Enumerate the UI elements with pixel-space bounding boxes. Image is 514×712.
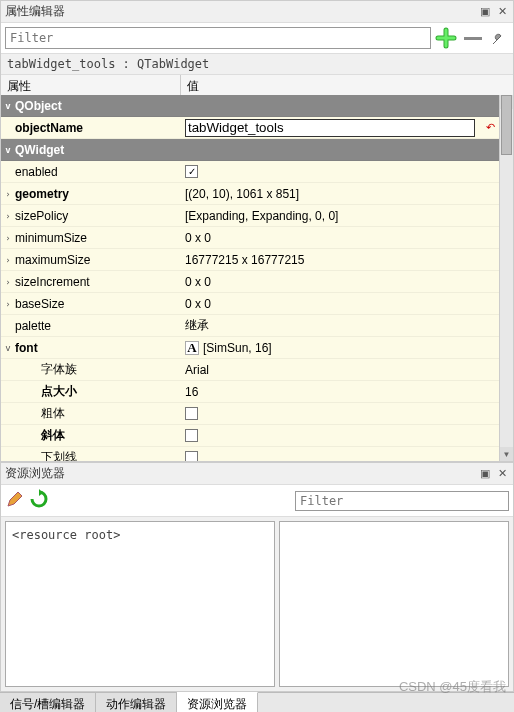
- group-qobject[interactable]: vQObject: [1, 95, 499, 117]
- group-qwidget[interactable]: vQWidget: [1, 139, 499, 161]
- edit-icon[interactable]: [5, 489, 25, 512]
- property-editor-title: 属性编辑器: [5, 3, 475, 20]
- filter-input[interactable]: [5, 27, 431, 49]
- reload-icon[interactable]: [29, 489, 49, 512]
- close-icon[interactable]: ✕: [495, 467, 509, 481]
- prop-fontitalic[interactable]: 斜体: [1, 425, 499, 447]
- object-label: tabWidget_tools : QTabWidget: [1, 54, 513, 75]
- prop-enabled[interactable]: enabled ✓: [1, 161, 499, 183]
- prop-geometry[interactable]: ›geometry [(20, 10), 1061 x 851]: [1, 183, 499, 205]
- property-editor-panel: 属性编辑器 ▣ ✕ tabWidget_tools : QTabWidget 属…: [0, 0, 514, 462]
- filter-row: [1, 23, 513, 54]
- resource-root-label: <resource root>: [12, 528, 120, 542]
- fontitalic-checkbox[interactable]: [185, 429, 198, 442]
- reset-icon[interactable]: ↶: [483, 121, 497, 135]
- chevron-right-icon[interactable]: ›: [3, 299, 13, 309]
- tree-body: vQObject objectName ↶ vQWidget enabled ✓…: [1, 95, 499, 461]
- configure-icon[interactable]: [489, 28, 509, 48]
- resource-filter-input[interactable]: [295, 491, 509, 511]
- resource-body: <resource root>: [1, 517, 513, 691]
- vertical-scrollbar[interactable]: ▲ ▼: [499, 95, 513, 461]
- prop-fontfamily[interactable]: 字体族 Arial: [1, 359, 499, 381]
- objectname-input[interactable]: [185, 119, 475, 137]
- resource-browser-header: 资源浏览器 ▣ ✕: [1, 463, 513, 485]
- chevron-down-icon[interactable]: v: [3, 145, 13, 155]
- chevron-right-icon[interactable]: ›: [3, 277, 13, 287]
- scrollbar-thumb[interactable]: [501, 95, 512, 155]
- close-icon[interactable]: ✕: [495, 5, 509, 19]
- prop-palette[interactable]: palette 继承: [1, 315, 499, 337]
- add-icon[interactable]: [435, 27, 457, 49]
- chevron-down-icon[interactable]: v: [3, 343, 13, 353]
- prop-minimumsize[interactable]: ›minimumSize 0 x 0: [1, 227, 499, 249]
- prop-fontsize[interactable]: 点大小 16: [1, 381, 499, 403]
- chevron-right-icon[interactable]: ›: [3, 255, 13, 265]
- chevron-down-icon[interactable]: v: [3, 101, 13, 111]
- tab-resource-browser[interactable]: 资源浏览器: [177, 692, 258, 712]
- remove-icon[interactable]: [464, 37, 482, 40]
- resource-toolbar: [1, 485, 513, 517]
- resource-tree-pane[interactable]: <resource root>: [5, 521, 275, 687]
- enabled-checkbox[interactable]: ✓: [185, 165, 198, 178]
- fontunderline-checkbox[interactable]: [185, 451, 198, 461]
- property-tree: 属性 值 vQObject objectName ↶ vQWidget enab…: [1, 75, 513, 461]
- tab-action-editor[interactable]: 动作编辑器: [96, 693, 177, 712]
- prop-font[interactable]: vfont A[SimSun, 16]: [1, 337, 499, 359]
- prop-sizepolicy[interactable]: ›sizePolicy [Expanding, Expanding, 0, 0]: [1, 205, 499, 227]
- undock-icon[interactable]: ▣: [478, 467, 492, 481]
- resource-browser-title: 资源浏览器: [5, 465, 475, 482]
- chevron-right-icon[interactable]: ›: [3, 189, 13, 199]
- scroll-down-icon[interactable]: ▼: [500, 447, 513, 461]
- bottom-tabs: 信号/槽编辑器 动作编辑器 资源浏览器: [0, 692, 514, 712]
- undock-icon[interactable]: ▣: [478, 5, 492, 19]
- resource-browser-panel: 资源浏览器 ▣ ✕ <resource root>: [0, 462, 514, 692]
- resource-preview-pane[interactable]: [279, 521, 509, 687]
- prop-maximumsize[interactable]: ›maximumSize 16777215 x 16777215: [1, 249, 499, 271]
- property-editor-header: 属性编辑器 ▣ ✕: [1, 1, 513, 23]
- fontbold-checkbox[interactable]: [185, 407, 198, 420]
- tab-signal-slot[interactable]: 信号/槽编辑器: [0, 693, 96, 712]
- font-icon: A: [185, 341, 199, 355]
- prop-fontunderline[interactable]: 下划线: [1, 447, 499, 461]
- prop-objectname[interactable]: objectName ↶: [1, 117, 499, 139]
- prop-basesize[interactable]: ›baseSize 0 x 0: [1, 293, 499, 315]
- chevron-right-icon[interactable]: ›: [3, 233, 13, 243]
- prop-sizeincrement[interactable]: ›sizeIncrement 0 x 0: [1, 271, 499, 293]
- prop-fontbold[interactable]: 粗体: [1, 403, 499, 425]
- chevron-right-icon[interactable]: ›: [3, 211, 13, 221]
